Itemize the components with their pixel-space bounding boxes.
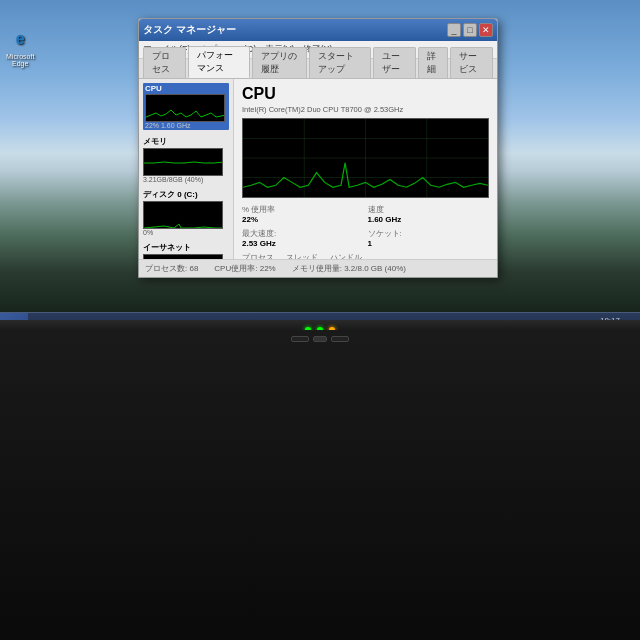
edge-icon-label2: Edge xyxy=(12,60,28,67)
sidebar-disk[interactable]: ディスク 0 (C:) 0% xyxy=(143,189,229,236)
status-cpu: CPU使用率: 22% xyxy=(214,263,275,274)
cpu-stat-maxspeed: 最大速度: 2.53 GHz xyxy=(242,228,364,248)
desktop-icon-edge[interactable]: e Microsoft Edge xyxy=(6,25,34,67)
tab-startup[interactable]: スタートアップ xyxy=(309,47,371,78)
task-manager-tabs: プロセス パフォーマンス アプリの履歴 スタートアップ ユーザー 詳細 サービス xyxy=(139,59,497,79)
task-manager-titlebar: タスク マネージャー _ □ ✕ xyxy=(139,19,497,41)
maximize-button[interactable]: □ xyxy=(463,23,477,37)
tab-processes[interactable]: プロセス xyxy=(143,47,186,78)
task-manager-window: タスク マネージャー _ □ ✕ ファイル(F) オプション(O) 表示(V) … xyxy=(138,18,498,278)
window-controls: _ □ ✕ xyxy=(447,23,493,37)
task-manager-content: CPU 22% 1.60 GHz メモリ xyxy=(139,79,497,277)
sidebar-disk-chart xyxy=(143,201,223,229)
cpu-stat-speed: 速度 1.60 GHz xyxy=(368,204,490,224)
sidebar-memory-label: メモリ xyxy=(143,136,229,147)
trackpoint-middle-btn[interactable] xyxy=(313,336,327,342)
cpu-usage-chart xyxy=(242,118,489,198)
trackpoint-left-btn[interactable] xyxy=(291,336,309,342)
sidebar-disk-stat: 0% xyxy=(143,229,229,236)
minimize-button[interactable]: _ xyxy=(447,23,461,37)
task-manager-title: タスク マネージャー xyxy=(143,23,236,37)
tab-details[interactable]: 詳細 xyxy=(418,47,448,78)
status-processes: プロセス数: 68 xyxy=(145,263,198,274)
sidebar-memory-chart xyxy=(143,148,223,176)
edge-icon: e xyxy=(6,25,34,53)
sidebar-memory-stat: 3.21GB/8GB (40%) xyxy=(143,176,229,183)
tab-users[interactable]: ユーザー xyxy=(373,47,416,78)
cpu-stat-utilization: % 使用率 22% xyxy=(242,204,364,224)
tab-performance[interactable]: パフォーマンス xyxy=(188,46,250,78)
status-memory: メモリ使用量: 3.2/8.0 GB (40%) xyxy=(292,263,406,274)
edge-icon-label: Microsoft xyxy=(6,53,34,60)
cpu-stats-grid: % 使用率 22% 速度 1.60 GHz 最大速度: 2.53 GHz ソケッ… xyxy=(242,204,489,248)
tab-app-history[interactable]: アプリの履歴 xyxy=(252,47,307,78)
sidebar-cpu[interactable]: CPU 22% 1.60 GHz xyxy=(143,83,229,130)
sidebar-disk-label: ディスク 0 (C:) xyxy=(143,189,229,200)
trackpoint-right-btn[interactable] xyxy=(331,336,349,342)
close-button[interactable]: ✕ xyxy=(479,23,493,37)
sidebar-cpu-chart xyxy=(145,94,225,122)
sidebar-memory[interactable]: メモリ 3.21GB/8GB (40%) xyxy=(143,136,229,183)
tab-services[interactable]: サービス xyxy=(450,47,493,78)
cpu-heading: CPU xyxy=(242,85,489,103)
sidebar-cpu-label: CPU xyxy=(145,84,227,93)
cpu-stat-socket: ソケット: 1 xyxy=(368,228,490,248)
task-manager-status-bar: プロセス数: 68 CPU使用率: 22% メモリ使用量: 3.2/8.0 GB… xyxy=(139,259,497,277)
cpu-model: Intel(R) Core(TM)2 Duo CPU T8700 @ 2.53G… xyxy=(242,105,489,114)
sidebar-network-label: イーサネット xyxy=(143,242,229,253)
sidebar-cpu-stat: 22% 1.60 GHz xyxy=(145,122,227,129)
trackpoint-buttons xyxy=(291,336,349,342)
cpu-detail-panel: CPU Intel(R) Core(TM)2 Duo CPU T8700 @ 2… xyxy=(234,79,497,277)
laptop-body: Esc F1 F2 F3 F4 F5 F6 F7 F8 F9 F10 F11 F… xyxy=(0,330,640,640)
performance-sidebar: CPU 22% 1.60 GHz メモリ xyxy=(139,79,234,277)
laptop-screen: e Microsoft Edge タスク マネージャー _ □ ✕ ファイル(F… xyxy=(0,0,640,340)
